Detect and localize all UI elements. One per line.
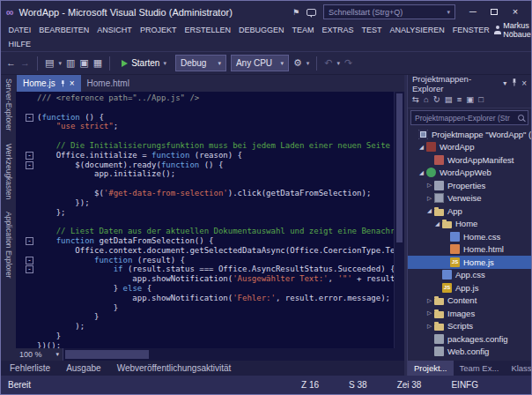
menu-ansicht[interactable]: ANSICHT (93, 26, 137, 34)
save-all-icon[interactable]: ▦ (93, 58, 102, 68)
collapse-icon[interactable]: ◢ (417, 145, 425, 151)
tab-pin-icon[interactable] (60, 80, 65, 87)
tool-tab-application-explorer[interactable]: Application Explorer (4, 212, 13, 279)
home-icon[interactable]: ⌂ (424, 95, 429, 104)
menu-hilfe[interactable]: HILFE (4, 40, 35, 48)
build-target-dropdown-icon[interactable]: ▾ (307, 60, 310, 67)
undo-dropdown-icon[interactable]: ▾ (337, 60, 341, 67)
fold-collapse-icon[interactable]: - (26, 114, 33, 122)
tree-item-wordappmanifest[interactable]: WordAppManifest (408, 153, 531, 167)
fold-collapse-icon[interactable]: - (26, 265, 33, 273)
tree-item-app-css[interactable]: App.css (408, 269, 531, 282)
menu-fenster[interactable]: FENSTER (448, 26, 493, 34)
expand-icon[interactable]: ▷ (425, 324, 433, 330)
fold-collapse-icon[interactable]: - (26, 257, 33, 265)
tool-tab-werkzeugkasten[interactable]: Werkzeugkasten (4, 144, 13, 199)
collapse-all-icon[interactable]: ≡ (457, 95, 462, 104)
pin-icon[interactable] (511, 78, 517, 88)
vertical-scrollbar[interactable] (394, 92, 404, 348)
window-title: WordApp - Microsoft Visual Studio (Admin… (19, 7, 233, 18)
menu-debuggen[interactable]: DEBUGGEN (234, 26, 288, 34)
start-debugging-button[interactable]: Starten▾ (117, 56, 171, 70)
panel-menu-caret-icon[interactable]: ▾ (503, 80, 506, 87)
menu-bearbeiten[interactable]: BEARBEITEN (35, 26, 93, 34)
tree-item-wordapp[interactable]: ◢WordApp (408, 141, 531, 154)
fold-collapse-icon[interactable]: - (26, 152, 33, 160)
tree-item-content[interactable]: ▷Content (408, 294, 531, 308)
expand-icon[interactable]: ▷ (425, 310, 433, 317)
expand-icon[interactable]: ▷ (425, 183, 433, 189)
fold-margin: - (16, 265, 37, 274)
fold-collapse-icon[interactable]: - (26, 237, 33, 245)
tree-item-properties[interactable]: ▷Properties (408, 179, 531, 192)
minimize-button[interactable]: ─ (462, 4, 484, 20)
platform-combo[interactable]: Any CPU▾ (231, 55, 289, 71)
tree-item-home-html[interactable]: Home.html (408, 243, 531, 257)
tab-close-icon[interactable]: × (70, 79, 75, 88)
editor-tab-home-html[interactable]: Home.html (81, 75, 136, 92)
tool-tab-server-explorer[interactable]: Server-Explorer (4, 78, 13, 131)
tree-item-home[interactable]: ◢Home (408, 218, 531, 231)
collapse-icon[interactable]: ◢ (433, 221, 441, 227)
expand-icon[interactable]: ▷ (425, 298, 433, 304)
menu-extras[interactable]: EXTRAS (318, 26, 358, 34)
horizontal-scrollbar-thumb[interactable] (65, 350, 149, 359)
quick-launch-caret-icon[interactable]: ▾ (447, 9, 450, 16)
properties-icon[interactable]: ▣ (466, 95, 474, 104)
tree-item-scripts[interactable]: ▷Scripts (408, 320, 531, 333)
collapse-icon[interactable]: ◢ (425, 208, 433, 214)
menu-datei[interactable]: DATEI (4, 26, 35, 34)
panel-tab-team-ex[interactable]: Team Ex... (454, 361, 506, 376)
preview-icon[interactable]: □ (478, 95, 484, 104)
maximize-button[interactable] (484, 4, 505, 20)
horizontal-scrollbar[interactable] (63, 348, 394, 361)
sync-with-active-document-icon[interactable]: ⇆ (412, 95, 419, 104)
tree-item-wordappweb[interactable]: ◢WordAppWeb (408, 167, 531, 180)
user-account[interactable]: Markus Nöbauer ▾ (493, 21, 532, 39)
save-icon[interactable]: ▣ (79, 58, 88, 68)
debug-configuration-combo[interactable]: Debug▾ (175, 55, 226, 71)
tree-item-app-js[interactable]: JSApp.js (408, 281, 531, 294)
menu-erstellen[interactable]: ERSTELLEN (181, 26, 235, 34)
fold-margin (16, 322, 37, 332)
open-file-icon[interactable]: ▥ (66, 58, 75, 68)
tree-item-app[interactable]: ◢App (408, 205, 531, 218)
tree-item-images[interactable]: ▷Images (408, 307, 531, 320)
tree-item-packages-config[interactable]: packages.config (408, 332, 531, 346)
collapse-icon[interactable]: ◢ (417, 170, 425, 176)
config-icon (434, 347, 444, 356)
tree-item-verweise[interactable]: ▷Verweise (408, 192, 531, 205)
menu-projekt[interactable]: PROJEKT (136, 26, 181, 34)
solution-search-input[interactable]: Projektmappen-Explorer (Str (410, 110, 528, 125)
build-target-icon[interactable]: ⚙ (293, 58, 302, 68)
panel-tab-klassen[interactable]: Klassen... (505, 361, 532, 376)
refresh-icon[interactable]: ↻ (433, 95, 440, 104)
tree-item-home-css[interactable]: Home.css (408, 230, 531, 243)
editor-tab-home-js[interactable]: Home.js× (17, 75, 81, 92)
panel-close-icon[interactable]: × (521, 79, 527, 88)
code-editor[interactable]: /// <reference path="../App.js" />-(func… (16, 92, 394, 348)
notifications-icon[interactable]: ⚑ (292, 8, 299, 17)
right-panel-tabs: Projekt...Team Ex...Klassen... (408, 361, 531, 376)
feedback-icon[interactable] (307, 9, 316, 16)
panel-tab-projekt[interactable]: Projekt... (408, 361, 454, 376)
expand-icon[interactable]: ▷ (425, 196, 433, 202)
bottom-tab-webveröffentlichungsaktivität[interactable]: Webveröffentlichungsaktivität (110, 363, 239, 373)
bottom-tab-fehlerliste[interactable]: Fehlerliste (3, 363, 57, 373)
zoom-selector[interactable]: 100 % ▾ (16, 348, 63, 361)
menu-analysieren[interactable]: ANALYSIEREN (386, 26, 448, 34)
close-button[interactable]: × (505, 4, 526, 20)
new-file-icon[interactable]: ▤ (45, 58, 54, 68)
new-file-dropdown-icon[interactable]: ▾ (58, 60, 62, 67)
tree-item-home-js[interactable]: JSHome.js (408, 256, 531, 269)
tree-item-projektmappe-wordapp[interactable]: Projektmappe "WordApp" ( (408, 128, 531, 141)
tree-item-web-config[interactable]: Web.config (408, 346, 531, 359)
menu-test[interactable]: TEST (358, 26, 386, 34)
quick-launch-input[interactable]: Schnellstart (Strg+Q) ▾ (323, 4, 455, 19)
nav-back-icon[interactable]: ← (6, 58, 16, 68)
menu-team[interactable]: TEAM (288, 26, 318, 34)
show-all-files-icon[interactable]: ▤ (445, 95, 453, 104)
vertical-scrollbar-thumb[interactable] (396, 93, 403, 242)
fold-collapse-icon[interactable]: - (26, 161, 33, 169)
bottom-tab-ausgabe[interactable]: Ausgabe (59, 363, 107, 373)
